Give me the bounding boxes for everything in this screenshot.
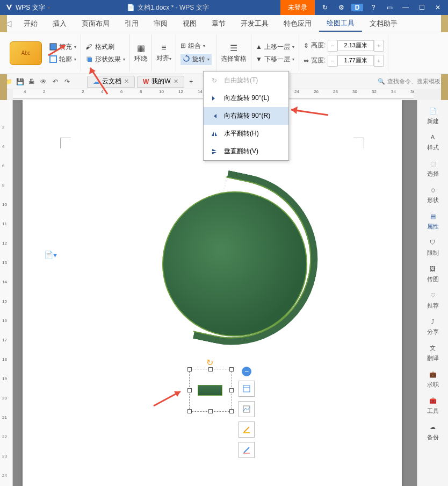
resize-handle-t[interactable]: [208, 367, 213, 371]
resize-handle-l[interactable]: [187, 388, 192, 392]
sync-icon[interactable]: ↻: [319, 4, 331, 11]
svg-marker-16: [291, 106, 298, 114]
group-button[interactable]: ⊞组合▾: [180, 41, 212, 51]
width-minus[interactable]: −: [328, 55, 337, 67]
align-button[interactable]: ≡对齐▾: [156, 43, 171, 63]
wps-d-icon[interactable]: D: [351, 4, 363, 11]
tab-helper[interactable]: 文档助手: [362, 15, 405, 32]
image-icon: 🖼: [428, 263, 438, 274]
print-icon[interactable]: 🖶: [27, 77, 37, 87]
side-translate[interactable]: 文翻译: [427, 342, 439, 362]
align-icon: ≡: [161, 43, 166, 53]
shape-effect-button[interactable]: 形状效果▾: [85, 55, 125, 64]
side-select[interactable]: ⬚选择: [427, 158, 439, 178]
attr-icon: ▤: [428, 211, 438, 221]
side-new[interactable]: 📄新建: [427, 105, 439, 125]
save-icon[interactable]: 💾: [15, 77, 25, 87]
resize-handle-bl[interactable]: [187, 409, 192, 413]
resize-handle-tr[interactable]: [229, 367, 234, 371]
height-minus[interactable]: −: [328, 40, 337, 52]
undo-icon[interactable]: ↶: [50, 77, 60, 87]
close-icon[interactable]: ✕: [432, 4, 444, 11]
settings-icon[interactable]: ⚙: [335, 4, 347, 11]
tab-review[interactable]: 审阅: [146, 15, 175, 32]
tab-reference[interactable]: 引用: [117, 15, 146, 32]
close-tab2-icon[interactable]: ✕: [174, 78, 178, 85]
margin-corner-tr: [353, 138, 364, 148]
rotate-icon: [183, 55, 190, 64]
login-button[interactable]: 未登录: [280, 0, 315, 15]
flip-v-icon: [210, 147, 219, 156]
resize-handle-br[interactable]: [229, 409, 234, 413]
search-bar[interactable]: 🔍查找命令、搜索模板: [378, 77, 445, 85]
rotate-right-icon: [210, 112, 219, 120]
side-style[interactable]: A样式: [427, 132, 439, 152]
maximize-icon[interactable]: ☐: [416, 4, 428, 11]
side-limit[interactable]: ⛉限制: [427, 237, 439, 257]
height-plus[interactable]: +: [374, 40, 384, 52]
move-up-button[interactable]: ▲上移一层▾: [256, 42, 294, 52]
side-recommend[interactable]: ♡推荐: [427, 290, 439, 310]
rotate-left-item[interactable]: 向左旋转 90°(L): [204, 89, 288, 107]
float-collapse-button[interactable]: −: [242, 367, 251, 376]
resize-handle-b[interactable]: [208, 409, 213, 413]
float-outline-button[interactable]: [239, 421, 255, 438]
flip-v-item[interactable]: 垂直翻转(V): [204, 142, 288, 160]
tab-start[interactable]: 开始: [16, 15, 45, 32]
tool-icon: 🧰: [428, 395, 438, 406]
minimize-icon[interactable]: —: [400, 4, 411, 11]
preview-icon[interactable]: 👁: [39, 77, 48, 87]
tab-insert[interactable]: 插入: [45, 15, 74, 32]
section-icon[interactable]: 📄▾: [44, 251, 57, 259]
width-icon: ⇔: [304, 57, 309, 65]
tab-view[interactable]: 视图: [175, 15, 204, 32]
tab-feature[interactable]: 特色应用: [276, 15, 319, 32]
side-shape[interactable]: ◇形状: [427, 184, 439, 204]
format-painter-button[interactable]: 🖌格式刷: [85, 42, 125, 52]
small-rect-shape[interactable]: [198, 385, 222, 396]
help-icon[interactable]: ?: [367, 4, 379, 11]
side-job[interactable]: 💼求职: [427, 369, 439, 389]
shape-style-preview[interactable]: Abc: [10, 41, 42, 65]
close-tab-icon[interactable]: ✕: [124, 78, 129, 85]
tab-chapter[interactable]: 章节: [204, 15, 233, 32]
new-file-icon: 📄: [428, 105, 438, 116]
rotate-right-item[interactable]: 向右旋转 90°(R): [204, 107, 288, 125]
side-image[interactable]: 🖼传图: [427, 263, 439, 283]
rotation-handle[interactable]: ↻: [206, 358, 215, 366]
float-effect-button[interactable]: [239, 442, 255, 458]
side-tool[interactable]: 🧰工具: [427, 395, 439, 415]
side-attr[interactable]: ▤属性: [427, 211, 439, 231]
style-icon: A: [428, 132, 438, 142]
height-row: ⇕高度: −+: [304, 40, 384, 52]
add-tab-button[interactable]: +: [186, 77, 196, 87]
height-input[interactable]: [337, 40, 374, 51]
side-backup[interactable]: ☁备份: [427, 421, 439, 441]
flip-h-item[interactable]: 水平翻转(H): [204, 125, 288, 142]
resize-handle-tl[interactable]: [187, 367, 192, 371]
tab-dev[interactable]: 开发工具: [233, 15, 276, 32]
tab-layout[interactable]: 页面布局: [74, 15, 117, 32]
rotate-free-icon: ↻: [210, 76, 219, 85]
float-layout-button[interactable]: [239, 381, 255, 397]
rotate-button[interactable]: 旋转▾: [180, 54, 212, 65]
tab-draw[interactable]: 绘图工具: [319, 15, 362, 32]
width-plus[interactable]: +: [374, 55, 384, 67]
mywps-tab[interactable]: W我的W✕: [137, 76, 184, 88]
select-pane-button[interactable]: ☰选择窗格: [221, 43, 247, 63]
width-input[interactable]: [337, 55, 374, 66]
globe-circle-shape[interactable]: [162, 191, 307, 337]
flip-h-icon: [210, 130, 219, 138]
resize-handle-r[interactable]: [229, 388, 234, 392]
svg-rect-4: [243, 385, 250, 392]
selectpane-icon: ☰: [230, 43, 237, 53]
float-fill-button[interactable]: [239, 401, 255, 417]
side-share[interactable]: ⤴分享: [427, 316, 439, 336]
app-menu-arrow[interactable]: ▾: [48, 5, 50, 10]
wrap-button[interactable]: ▦环绕: [134, 43, 147, 63]
move-down-button[interactable]: ▼下移一层▾: [256, 55, 294, 64]
redo-icon[interactable]: ↷: [62, 77, 72, 87]
collapse-ribbon-icon[interactable]: ▭: [384, 4, 395, 11]
app-brand: WPS 文字 ▾: [0, 3, 55, 12]
margin-corner-tl: [60, 138, 71, 148]
